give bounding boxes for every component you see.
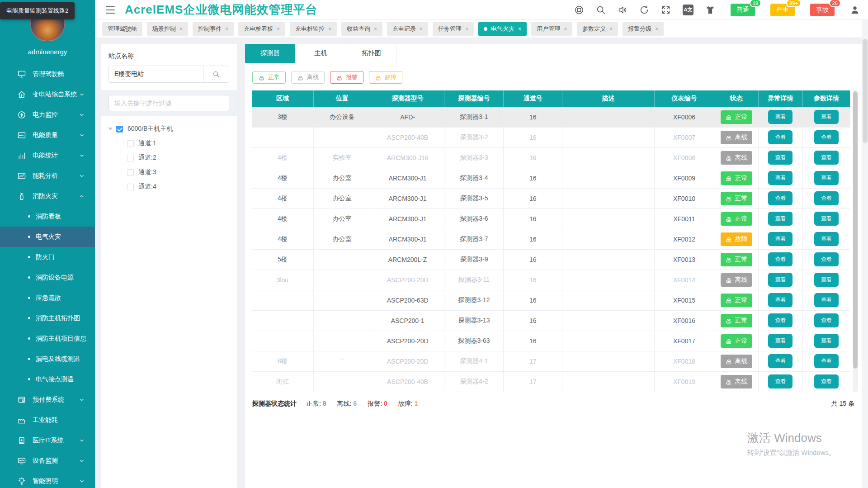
exception-detail-view-button[interactable]: 查看: [768, 273, 793, 287]
table-scrollbar-thumb[interactable]: [853, 91, 858, 369]
sidebar-submenu-item[interactable]: 防火门: [0, 247, 95, 267]
param-detail-view-button[interactable]: 查看: [814, 354, 839, 368]
param-detail-view-button[interactable]: 查看: [814, 252, 839, 266]
param-detail-view-button[interactable]: 查看: [814, 313, 839, 327]
menu-collapse-icon[interactable]: [106, 6, 115, 14]
workspace-tab[interactable]: 报警分级 ×: [623, 22, 664, 36]
close-icon[interactable]: ×: [609, 26, 613, 32]
tree-channel-checkbox[interactable]: [127, 169, 134, 176]
sidebar-submenu-item[interactable]: 应急疏散: [0, 288, 95, 308]
workspace-tab[interactable]: 充电桩看板 ×: [238, 22, 285, 36]
sidebar-menu-item[interactable]: 电能质量: [0, 125, 95, 145]
tree-root-checkbox[interactable]: [116, 126, 123, 133]
param-detail-view-button[interactable]: 查看: [814, 334, 839, 348]
param-detail-view-button[interactable]: 查看: [814, 110, 839, 124]
station-search-input[interactable]: [108, 66, 203, 83]
sidebar-menu-item[interactable]: 智能照明: [0, 471, 95, 488]
aperture-icon[interactable]: [574, 5, 584, 15]
close-icon[interactable]: ×: [420, 26, 423, 32]
workspace-tab[interactable]: 控制事件 ×: [193, 22, 234, 36]
workspace-tab[interactable]: 收益查询 ×: [341, 22, 382, 36]
search-icon[interactable]: [596, 5, 606, 15]
page-scrollbar-thumb[interactable]: [863, 39, 868, 143]
alarm-badge-accident[interactable]: 事故26: [810, 4, 835, 16]
table-row[interactable]: ASCP200-1 探测器3-13 16 XF0016 正常 查看 查看: [252, 310, 850, 331]
close-icon[interactable]: ×: [328, 26, 331, 32]
translate-icon[interactable]: A文: [683, 5, 693, 15]
sidebar-menu-item[interactable]: 设备监测: [0, 450, 95, 471]
close-icon[interactable]: ×: [564, 26, 567, 32]
status-filter-chip[interactable]: 离线: [291, 71, 325, 84]
exception-detail-view-button[interactable]: 查看: [768, 212, 793, 226]
tree-channel-node[interactable]: 通道:2: [106, 151, 232, 165]
refresh-icon[interactable]: [639, 5, 649, 15]
exception-detail-view-button[interactable]: 查看: [768, 334, 793, 348]
table-row[interactable]: 4楼 办公室 ARCM300-J1 探测器3-4 16 XF0009 正常 查看…: [252, 168, 850, 188]
table-row[interactable]: 3lou ASCP200-20D 探测器3-11 16 XF0014 离线 查看…: [252, 270, 850, 290]
workspace-tab[interactable]: 场景控制 ×: [147, 22, 188, 36]
param-detail-view-button[interactable]: 查看: [814, 191, 839, 205]
sidebar-menu-item[interactable]: 管理驾驶舱: [0, 64, 95, 84]
sidebar-menu-item[interactable]: 变电站综自系统: [0, 84, 95, 104]
alarm-badge-severe[interactable]: 严重99+: [770, 4, 795, 16]
sidebar-menu-item[interactable]: 医疗IT系统: [0, 430, 95, 450]
sidebar-menu-item[interactable]: 消防火灾: [0, 186, 95, 206]
tree-channel-checkbox[interactable]: [127, 155, 134, 161]
workspace-tab[interactable]: 任务管理 ×: [433, 22, 474, 36]
fullscreen-icon[interactable]: [661, 5, 671, 15]
close-icon[interactable]: ×: [179, 26, 183, 32]
tree-channel-node[interactable]: 通道:1: [106, 136, 232, 151]
table-row[interactable]: 闭挂 ASCP200-40B 探测器4-2 17 XF0019 离线 查看 查看: [252, 371, 850, 392]
table-row[interactable]: ASCP200-20D 探测器3-63 16 XF0017 正常 查看 查看: [252, 331, 850, 351]
close-icon[interactable]: ×: [518, 26, 521, 32]
workspace-tab[interactable]: 管理驾驶舱: [102, 22, 142, 36]
sidebar-menu-item[interactable]: 预付费系统: [0, 389, 95, 410]
table-row[interactable]: 4楼 办公室 ARCM300-J1 探测器3-5 16 XF0010 正常 查看…: [252, 188, 850, 208]
table-row[interactable]: 4楼 实验室 ARCM300-J16 探测器3-3 16 XF0008 离线 查…: [252, 147, 850, 168]
param-detail-view-button[interactable]: 查看: [814, 293, 839, 307]
workspace-tab[interactable]: 充电桩监控 ×: [290, 22, 337, 36]
sidebar-menu-item[interactable]: 电能统计: [0, 145, 95, 166]
exception-detail-view-button[interactable]: 查看: [768, 110, 793, 124]
param-detail-view-button[interactable]: 查看: [814, 374, 839, 389]
alarm-badge-normal[interactable]: 普通19: [731, 4, 755, 16]
close-icon[interactable]: ×: [655, 26, 658, 32]
user-icon[interactable]: [850, 5, 860, 15]
status-filter-chip[interactable]: 正常: [252, 71, 286, 84]
workspace-tab[interactable]: 充电记录 ×: [387, 22, 428, 36]
exception-detail-view-button[interactable]: 查看: [768, 232, 793, 246]
tree-channel-node[interactable]: 通道:4: [106, 180, 232, 194]
close-icon[interactable]: ×: [465, 26, 468, 32]
tree-expand-caret-icon[interactable]: [108, 128, 113, 130]
param-detail-view-button[interactable]: 查看: [814, 171, 839, 185]
table-row[interactable]: ASCP200-40B 探测器3-2 16 XF0007 离线 查看 查看: [252, 127, 850, 147]
exception-detail-view-button[interactable]: 查看: [768, 252, 793, 266]
exception-detail-view-button[interactable]: 查看: [768, 151, 793, 165]
param-detail-view-button[interactable]: 查看: [814, 151, 839, 165]
param-detail-view-button[interactable]: 查看: [814, 212, 839, 226]
detector-view-tab[interactable]: 拓扑图: [346, 44, 397, 63]
tree-channel-checkbox[interactable]: [127, 140, 134, 147]
exception-detail-view-button[interactable]: 查看: [768, 191, 793, 205]
sidebar-submenu-item[interactable]: 消防设备电源: [0, 267, 95, 288]
close-icon[interactable]: ×: [277, 26, 280, 32]
tree-channel-node[interactable]: 通道:3: [106, 165, 232, 180]
table-row[interactable]: 5楼 ARCM200L-Z 探测器3-9 16 XF0013 正常 查看 查看: [252, 249, 850, 270]
page-scrollbar[interactable]: [862, 20, 868, 488]
tree-channel-checkbox[interactable]: [127, 184, 134, 190]
exception-detail-view-button[interactable]: 查看: [768, 354, 793, 368]
workspace-tab[interactable]: 用户管理 ×: [531, 22, 572, 36]
table-row[interactable]: 4楼 办公室 ARCM300-J1 探测器3-6 16 XF0011 正常 查看…: [252, 208, 850, 229]
theme-shirt-icon[interactable]: [705, 5, 715, 15]
table-row[interactable]: 8楼 二 ASCP200-20D 探测器4-1 17 XF0018 离线 查看 …: [252, 351, 850, 371]
sidebar-menu-item[interactable]: 能耗分析: [0, 166, 95, 186]
sidebar-submenu-item[interactable]: 消防主机项目信息: [0, 328, 95, 349]
volume-icon[interactable]: [618, 5, 627, 15]
status-filter-chip[interactable]: 报警: [330, 71, 363, 84]
sidebar-submenu-item[interactable]: 电气接点测温: [0, 369, 95, 389]
sidebar-menu-item[interactable]: 电力监控: [0, 104, 95, 125]
close-icon[interactable]: ×: [374, 26, 377, 32]
param-detail-view-button[interactable]: 查看: [814, 273, 839, 287]
exception-detail-view-button[interactable]: 查看: [768, 293, 793, 307]
sidebar-submenu-item[interactable]: 电气火灾: [0, 227, 95, 247]
